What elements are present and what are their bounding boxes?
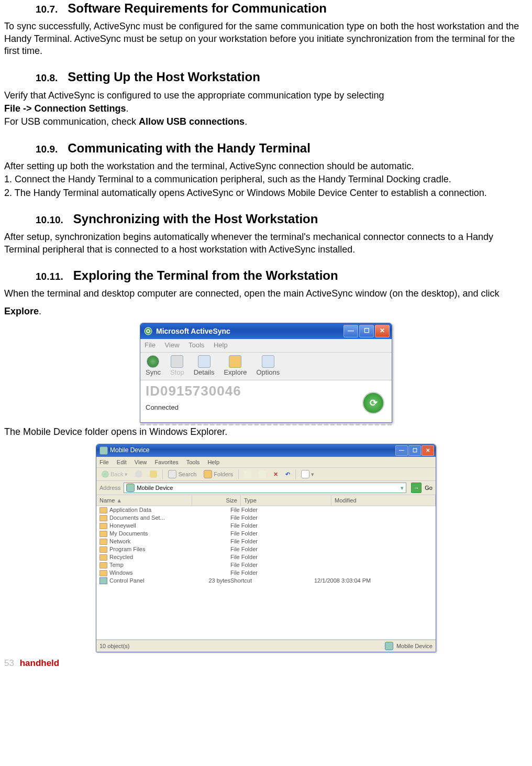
file-modified: 12/1/2008 3:03:04 PM — [314, 577, 433, 585]
header-modified[interactable]: Modified — [331, 495, 436, 506]
back-button: Back ▾ — [99, 470, 130, 478]
paragraph: File -> Connection Settings. — [4, 103, 528, 115]
maximize-button[interactable]: ☐ — [359, 325, 374, 337]
menu-bar: File View Tools Help — [140, 339, 392, 352]
address-bar: Address Mobile Device ▾ → Go — [96, 481, 436, 495]
sync-icon — [147, 355, 159, 368]
list-item[interactable]: HoneywellFile Folder — [96, 522, 436, 530]
menu-help[interactable]: Help — [207, 459, 219, 465]
views-button[interactable]: ▾ — [299, 469, 316, 479]
list-item[interactable]: NetworkFile Folder — [96, 538, 436, 545]
window-title: Mobile Device — [110, 446, 149, 455]
list-item[interactable]: RecycledFile Folder — [96, 553, 436, 561]
paragraph: For USB communication, check Allow USB c… — [4, 116, 528, 128]
file-size — [189, 538, 230, 545]
file-type: Shortcut — [230, 577, 314, 585]
header-type[interactable]: Type — [241, 495, 331, 506]
menu-file[interactable]: File — [99, 459, 109, 465]
details-icon — [198, 355, 210, 368]
file-size — [189, 522, 230, 530]
toolbar-details-button[interactable]: Details — [192, 355, 217, 378]
mobile-device-icon — [385, 642, 393, 650]
plain-text: When the terminal and desktop computer a… — [4, 288, 500, 299]
menu-edit[interactable]: Edit — [117, 459, 127, 465]
file-type: File Folder — [230, 538, 314, 545]
forward-icon — [135, 470, 142, 478]
menu-tools[interactable]: Tools — [189, 341, 204, 349]
section-title: Communicating with the Handy Terminal — [68, 140, 311, 156]
file-type: File Folder — [230, 569, 314, 577]
menu-bar: File Edit View Favorites Tools Help — [96, 457, 436, 468]
delete-button[interactable]: ✕ — [271, 470, 280, 478]
header-label: Name — [99, 497, 115, 504]
folder-icon — [99, 515, 107, 521]
search-button[interactable]: Search — [166, 469, 198, 479]
copy-to-button[interactable] — [242, 470, 253, 478]
header-name[interactable]: Name ▲ — [96, 495, 192, 506]
copy-to-icon — [244, 470, 251, 478]
file-size — [189, 514, 230, 522]
titlebar: Mobile Device — ☐ ✕ — [96, 444, 436, 457]
file-modified — [314, 506, 433, 514]
mobile-device-icon — [99, 446, 108, 455]
minimize-button[interactable]: — — [343, 325, 358, 337]
section-heading-10-10: 10.10. Synchronizing with the Host Works… — [4, 211, 528, 227]
explore-icon — [229, 355, 241, 368]
section-number: 10.10. — [36, 214, 63, 227]
toolbar: Sync Stop Details Explore Options — [140, 352, 392, 380]
menu-favorites[interactable]: Favorites — [155, 459, 179, 465]
list-item[interactable]: WindowsFile Folder — [96, 569, 436, 577]
device-id: ID0915730046 — [146, 382, 386, 400]
activesync-window: Microsoft ActiveSync — ☐ ✕ File View Too… — [140, 323, 392, 423]
move-to-button[interactable] — [257, 470, 268, 478]
search-icon — [168, 470, 176, 478]
plain-text: . — [126, 103, 129, 114]
section-title: Synchronizing with the Host Workstation — [73, 211, 318, 227]
menu-view[interactable]: View — [165, 341, 180, 349]
address-input[interactable]: Mobile Device ▾ — [124, 483, 406, 493]
plain-text: For USB communication, check — [4, 116, 139, 127]
paragraph: 1. Connect the Handy Terminal to a commu… — [4, 173, 528, 185]
folder-icon — [99, 570, 107, 576]
toolbar-label: Explore — [224, 368, 247, 377]
menu-view[interactable]: View — [135, 459, 147, 465]
file-modified — [314, 522, 433, 530]
list-item[interactable]: Control Panel23 bytesShortcut12/1/2008 3… — [96, 577, 436, 585]
menu-help[interactable]: Help — [214, 341, 228, 349]
folder-icon — [99, 562, 107, 568]
folder-icon — [99, 554, 107, 561]
list-item[interactable]: My DocumentsFile Folder — [96, 530, 436, 538]
maximize-button[interactable]: ☐ — [408, 445, 421, 456]
paragraph: To sync successfully, ActiveSync must be… — [4, 20, 528, 57]
folders-button[interactable]: Folders — [202, 469, 235, 479]
section-heading-10-8: 10.8. Setting Up the Host Workstation — [4, 69, 528, 85]
menu-file[interactable]: File — [145, 341, 156, 349]
list-item[interactable]: Program FilesFile Folder — [96, 545, 436, 553]
file-name: Windows — [109, 569, 133, 577]
toolbar-explore-button[interactable]: Explore — [221, 355, 249, 378]
file-size — [189, 506, 230, 514]
folder-icon — [99, 507, 107, 513]
list-item[interactable]: Application DataFile Folder — [96, 506, 436, 514]
dropdown-icon[interactable]: ▾ — [401, 484, 404, 491]
menu-tools[interactable]: Tools — [186, 459, 200, 465]
toolbar-label: Search — [178, 470, 196, 478]
undo-button[interactable]: ↶ — [283, 470, 292, 478]
header-size[interactable]: Size — [192, 495, 241, 506]
mobile-device-icon — [126, 484, 135, 492]
close-button[interactable]: ✕ — [422, 445, 434, 456]
list-item[interactable]: TempFile Folder — [96, 561, 436, 569]
page-footer: 53 handheld — [4, 658, 528, 669]
file-name: Program Files — [109, 545, 145, 553]
toolbar-label: Stop — [170, 368, 184, 377]
close-button[interactable]: ✕ — [375, 325, 390, 337]
toolbar-label: Options — [256, 368, 280, 377]
go-button[interactable]: → — [411, 483, 422, 493]
folder-icon — [99, 523, 107, 529]
list-item[interactable]: Documents and Set...File Folder — [96, 514, 436, 522]
toolbar-options-button[interactable]: Options — [254, 355, 282, 378]
file-type: File Folder — [230, 561, 314, 569]
file-list[interactable]: Application DataFile Folder Documents an… — [96, 506, 436, 639]
toolbar-sync-button[interactable]: Sync — [143, 355, 163, 378]
minimize-button[interactable]: — — [395, 445, 408, 456]
